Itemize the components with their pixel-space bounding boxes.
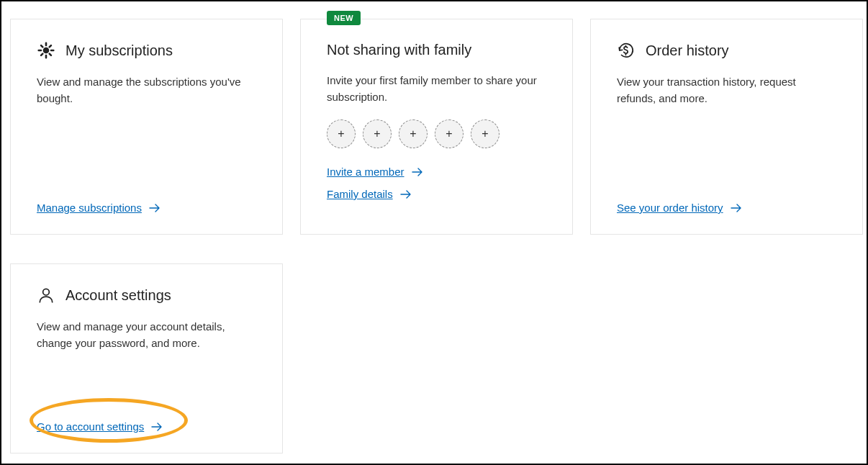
page-frame: My subscriptions View and manage the sub…: [0, 0, 868, 465]
card-header: Order history: [617, 41, 836, 60]
account-settings-link[interactable]: Go to account settings: [37, 420, 163, 433]
arrow-right-icon: [149, 203, 161, 213]
card-links: Invite a member Family details: [327, 166, 546, 200]
plus-icon: +: [374, 127, 380, 140]
refund-history-icon: [617, 41, 636, 60]
add-member-slot[interactable]: +: [399, 119, 428, 148]
plus-icon: +: [482, 127, 488, 140]
card-description: Invite your first family member to share…: [327, 73, 546, 105]
link-label: Family details: [327, 188, 393, 200]
add-member-slot[interactable]: +: [327, 119, 356, 148]
card-links: Go to account settings: [37, 420, 256, 433]
arrow-right-icon: [151, 422, 163, 432]
gear-icon: [37, 41, 55, 60]
card-title: Not sharing with family: [327, 41, 471, 58]
card-header: Account settings: [37, 286, 256, 304]
add-member-slot[interactable]: +: [471, 119, 499, 148]
person-icon: [37, 286, 55, 304]
card-links: Manage subscriptions: [37, 202, 256, 214]
card-subscriptions: My subscriptions View and manage the sub…: [10, 19, 283, 235]
plus-icon: +: [338, 127, 344, 140]
card-title: Order history: [646, 42, 729, 59]
card-account-settings: Account settings View and manage your ac…: [10, 263, 283, 453]
family-details-link[interactable]: Family details: [327, 188, 412, 200]
card-header: Not sharing with family: [327, 41, 546, 58]
link-label: See your order history: [617, 202, 723, 214]
card-order-history: Order history View your transaction hist…: [590, 19, 863, 235]
card-description: View your transaction history, request r…: [617, 74, 836, 107]
add-member-slot[interactable]: +: [435, 119, 464, 148]
member-slots: + + + + +: [327, 119, 546, 148]
svg-point-0: [44, 48, 49, 53]
card-title: My subscriptions: [65, 42, 173, 59]
arrow-right-icon: [731, 203, 742, 213]
link-label: Manage subscriptions: [37, 202, 142, 214]
card-header: My subscriptions: [37, 41, 256, 60]
add-member-slot[interactable]: +: [363, 119, 392, 148]
plus-icon: +: [410, 127, 416, 140]
card-grid: My subscriptions View and manage the sub…: [10, 19, 858, 453]
plus-icon: +: [446, 127, 452, 140]
card-description: View and manage the subscriptions you've…: [37, 74, 256, 107]
card-links: See your order history: [617, 202, 836, 214]
card-description: View and manage your account details, ch…: [37, 319, 256, 351]
card-title: Account settings: [65, 286, 171, 304]
card-family-sharing: NEW Not sharing with family Invite your …: [300, 19, 573, 235]
svg-point-1: [43, 289, 50, 295]
order-history-link[interactable]: See your order history: [617, 202, 742, 214]
link-label: Go to account settings: [37, 420, 144, 433]
manage-subscriptions-link[interactable]: Manage subscriptions: [37, 202, 161, 214]
link-label: Invite a member: [327, 166, 404, 178]
arrow-right-icon: [412, 167, 423, 177]
invite-member-link[interactable]: Invite a member: [327, 166, 423, 178]
arrow-right-icon: [400, 189, 412, 199]
new-badge: NEW: [327, 11, 361, 25]
